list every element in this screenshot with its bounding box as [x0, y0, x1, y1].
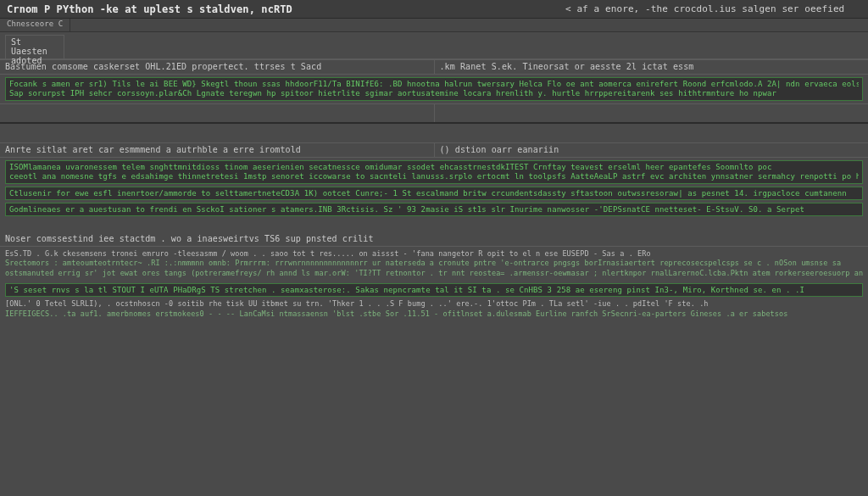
- title-bar: Crnom P PYthon -ke at uplest s staldven,…: [0, 0, 868, 19]
- code-block-5-line1: 'S seset rnvs s la tl STOUT I eUTA PHaDR…: [9, 286, 859, 295]
- section-1-header-right: .km Ranet S.ek. Tineorsat or aesste 2l i…: [435, 60, 869, 74]
- log-line-5: [ONL.' 0 Tetel SLRLI), . ocstnhoscn -0 s…: [5, 299, 863, 309]
- section-1-header-left: Bastumen comsome caskerset OHL.21ED prop…: [0, 60, 435, 74]
- code-block-1[interactable]: Focank s amen er sr1) Tils le ai BEE WD}…: [5, 77, 863, 101]
- log-line-2: Srectomors : amteoumteotrntecr~ .RI :.:n…: [5, 259, 863, 268]
- app-title: Crnom P PYthon -ke at uplest s staldven,…: [7, 3, 292, 15]
- empty-col-left: [0, 104, 435, 122]
- code-block-3-line1: Ctlusenir for ewe esfl inenrtoer/ammorde…: [9, 189, 859, 198]
- section-2-header-left: Anrte sitlat aret car esmmmend a autrhbl…: [0, 143, 435, 157]
- code-block-4[interactable]: Godmlineaes er a auestusan to frendi en …: [5, 203, 863, 216]
- log-body[interactable]: EsS.TD . G.k ckesemsens tronei emruro -t…: [5, 249, 863, 278]
- title-bar-subtitle: < af a enore, -the crocdol.ius salgen se…: [565, 3, 844, 14]
- code-block-1-line2: Sap sorurpst IPH sehcr corssoyn.plar&Ch …: [9, 89, 859, 98]
- code-block-5[interactable]: 'S seset rnvs s la tl STOUT I eUTA PHaDR…: [5, 283, 863, 297]
- code-block-2-line2: ceeotl ana nomesne tgfs e edsahimge thin…: [9, 172, 859, 181]
- sub-tab-1-line1: St: [11, 37, 58, 47]
- section-1-header-row: Bastumen comsome caskerset OHL.21ED prop…: [0, 59, 868, 75]
- code-block-1-line1: Focank s amen er sr1) Tils le ai BEE WD}…: [9, 80, 859, 89]
- spacer-2: [0, 219, 868, 231]
- code-block-2-line1: ISOMlamanea uvaronessem telem snghttmnit…: [9, 163, 859, 172]
- empty-col-right: [435, 104, 869, 122]
- code-block-4-line1: Godmlineaes er a auestusan to frendi en …: [9, 205, 859, 215]
- log-body-2[interactable]: [ONL.' 0 Tetel SLRLI), . ocstnhoscn -0 s…: [5, 299, 863, 319]
- sub-tab-1[interactable]: St Uaesten adoted: [5, 35, 64, 59]
- code-block-3[interactable]: Ctlusenir for ewe esfl inenrtoer/ammorde…: [5, 187, 863, 200]
- tab-strip: Chnesceore C: [0, 19, 868, 32]
- section-3-header: Noser comssestind iee stactdm . wo a ina…: [0, 231, 868, 247]
- log-line-1: EsS.TD . G.k ckesemsens tronei emruro -t…: [5, 249, 863, 259]
- log-line-3: ostsmanuted errig sr' jot ewat ores tang…: [5, 269, 863, 278]
- code-block-2[interactable]: ISOMlamanea uvaronessem telem snghttmnit…: [5, 160, 863, 184]
- empty-two-col-row: [0, 103, 868, 124]
- section-2-header-row: Anrte sitlat aret car esmmmend a autrhbl…: [0, 142, 868, 158]
- tab-primary[interactable]: Chnesceore C: [0, 19, 70, 31]
- log-line-6: IEFFEIGECS.. .ta auf1. amerbnomes erstmo…: [5, 309, 863, 319]
- sub-tab-row: St Uaesten adoted: [0, 32, 868, 59]
- section-2-header-right: () dstion oarr eanariin: [435, 143, 869, 157]
- spacer-1: [0, 124, 868, 142]
